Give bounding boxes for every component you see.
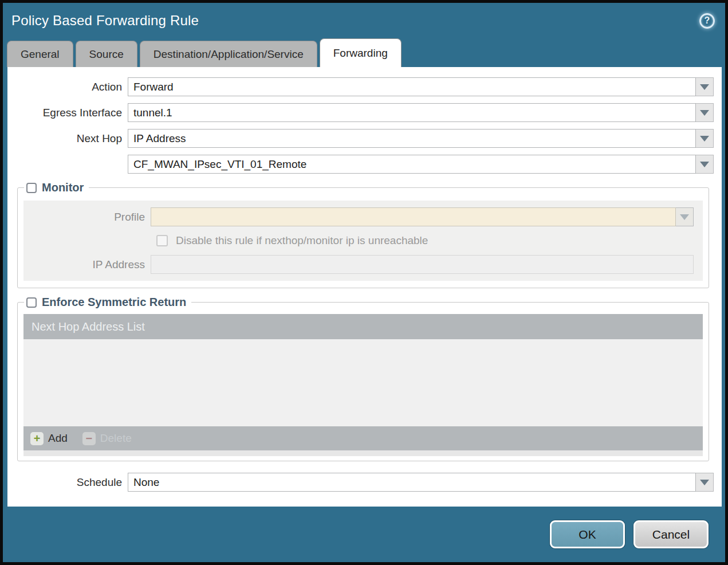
profile-label: Profile [23, 211, 151, 223]
tab-general[interactable]: General [7, 41, 73, 67]
tab-destination-application-service[interactable]: Destination/Application/Service [140, 41, 317, 67]
profile-dropdown-button [676, 207, 694, 226]
symmetric-return-legend: Enforce Symmetric Return [24, 295, 191, 310]
egress-interface-row: Egress Interface tunnel.1 [7, 103, 714, 122]
schedule-dropdown-button[interactable] [696, 473, 714, 492]
monitor-ip-address-row: IP Address [23, 255, 694, 274]
disable-rule-row: Disable this rule if nexthop/monitor ip … [156, 234, 703, 247]
tab-source[interactable]: Source [76, 41, 137, 67]
action-row: Action Forward [7, 77, 714, 96]
monitor-checkbox[interactable] [26, 183, 37, 193]
monitor-legend: Monitor [24, 180, 89, 195]
dialog-title: Policy Based Forwarding Rule [11, 13, 199, 29]
tab-content-forwarding: Action Forward Egress Interface tunnel.1 [7, 67, 722, 507]
add-button[interactable]: + Add [30, 432, 68, 445]
table-body-empty[interactable] [23, 339, 703, 426]
egress-interface-label: Egress Interface [7, 107, 128, 119]
chevron-down-icon [700, 162, 709, 167]
minus-icon: − [82, 432, 96, 445]
horizontal-scrollbar[interactable] [23, 450, 703, 456]
next-hop-address-list-table: Next Hop Address List + Add − Delete [23, 314, 703, 456]
cancel-button[interactable]: Cancel [633, 520, 709, 548]
chevron-down-icon [680, 214, 689, 220]
help-icon[interactable]: ? [699, 13, 715, 29]
chevron-down-icon [700, 136, 709, 142]
action-label: Action [7, 81, 128, 93]
profile-select [151, 207, 676, 226]
action-dropdown-button[interactable] [696, 77, 714, 96]
help-glyph: ? [705, 15, 710, 26]
chevron-down-icon [700, 480, 709, 485]
next-hop-label: Next Hop [7, 132, 128, 145]
next-hop-row: Next Hop IP Address [7, 129, 714, 148]
schedule-select[interactable]: None [128, 473, 696, 492]
monitor-panel: Profile Disable this rule if nexthop/mon… [23, 201, 703, 281]
next-hop-type-select[interactable]: IP Address [128, 129, 696, 148]
monitor-ip-address-label: IP Address [23, 258, 151, 271]
delete-button: − Delete [82, 432, 132, 445]
profile-row: Profile [23, 207, 694, 226]
chevron-down-icon [700, 84, 709, 90]
disable-rule-label: Disable this rule if nexthop/monitor ip … [176, 234, 428, 247]
titlebar: Policy Based Forwarding Rule ? [3, 3, 725, 38]
dialog-window: Policy Based Forwarding Rule ? General S… [0, 0, 728, 565]
delete-button-label: Delete [100, 432, 132, 445]
egress-interface-select[interactable]: tunnel.1 [128, 103, 696, 122]
next-hop-address-dropdown-button[interactable] [696, 155, 714, 174]
chevron-down-icon [700, 110, 709, 116]
monitor-title: Monitor [42, 181, 84, 194]
table-toolbar: + Add − Delete [23, 426, 703, 450]
egress-interface-dropdown-button[interactable] [696, 103, 714, 122]
tab-forwarding[interactable]: Forwarding [320, 38, 402, 67]
symmetric-return-checkbox[interactable] [26, 297, 37, 308]
monitor-group: Monitor Profile Disabl [17, 187, 709, 288]
next-hop-type-dropdown-button[interactable] [696, 129, 714, 148]
table-header-label: Next Hop Address List [32, 320, 145, 333]
schedule-label: Schedule [7, 476, 128, 489]
next-hop-address-select[interactable]: CF_MWAN_IPsec_VTI_01_Remote [128, 155, 696, 174]
dialog-background: Policy Based Forwarding Rule ? General S… [3, 3, 725, 562]
dialog-footer: OK Cancel [3, 507, 725, 562]
action-select[interactable]: Forward [128, 77, 696, 96]
symmetric-return-title: Enforce Symmetric Return [42, 296, 186, 309]
table-header: Next Hop Address List [23, 314, 703, 339]
ok-button[interactable]: OK [550, 520, 625, 548]
disable-rule-checkbox [156, 235, 168, 246]
add-button-label: Add [48, 432, 68, 445]
plus-icon: + [30, 432, 44, 445]
tab-bar: General Source Destination/Application/S… [3, 38, 725, 67]
symmetric-return-group: Enforce Symmetric Return Next Hop Addres… [17, 302, 709, 461]
monitor-ip-address-input [151, 255, 694, 274]
schedule-row: Schedule None [7, 473, 714, 492]
next-hop-address-row: CF_MWAN_IPsec_VTI_01_Remote [7, 155, 714, 174]
